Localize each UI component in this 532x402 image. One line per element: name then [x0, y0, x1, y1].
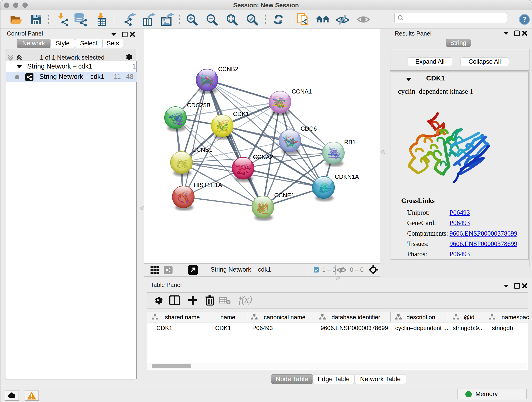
svg-text:CCNB1: CCNB1 — [192, 146, 212, 153]
svg-text:RB1: RB1 — [344, 139, 356, 146]
svg-text:CDKN1A: CDKN1A — [335, 173, 359, 180]
svg-text:?: ? — [522, 15, 527, 23]
svg-text:CDC25B: CDC25B — [187, 102, 210, 109]
svg-text:CCNA1: CCNA1 — [292, 88, 312, 95]
svg-text:CCNA2: CCNA2 — [253, 153, 273, 160]
svg-text:HIST1H1A: HIST1H1A — [194, 182, 222, 188]
svg-text:CDK1: CDK1 — [233, 110, 249, 117]
svg-text:CDC6: CDC6 — [301, 125, 317, 132]
svg-text:CCNE1: CCNE1 — [274, 192, 294, 199]
svg-text:CCNB2: CCNB2 — [218, 65, 238, 72]
